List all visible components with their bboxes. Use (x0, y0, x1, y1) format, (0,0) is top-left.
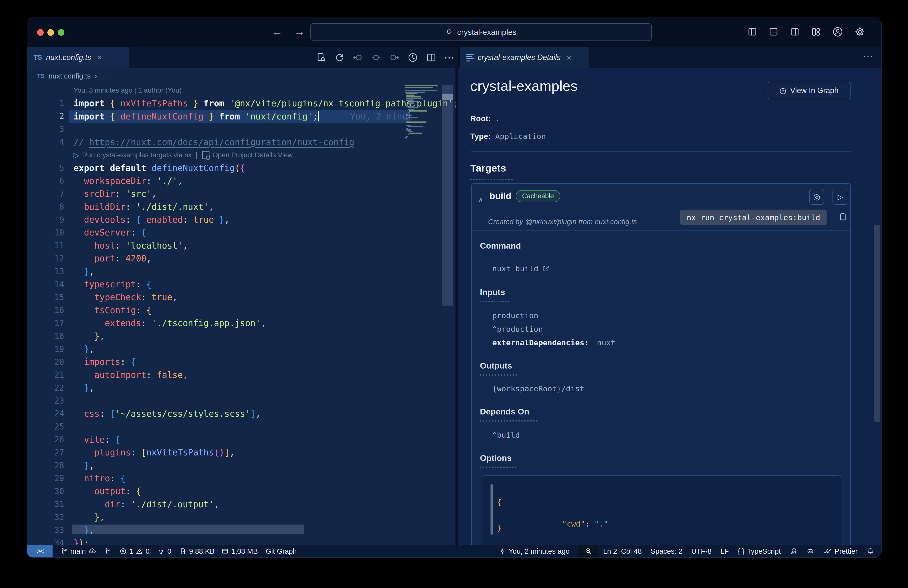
git-branch-item[interactable]: main (60, 547, 96, 556)
zoom-indicator[interactable] (578, 545, 598, 557)
breadcrumb-file[interactable]: nuxt.config.ts (48, 72, 91, 80)
minimap-slider[interactable] (442, 94, 453, 100)
code-line[interactable]: 32 }, (27, 511, 456, 524)
collapse-chevron-icon[interactable]: ∧ (478, 195, 483, 204)
codelens-nx[interactable]: ▷Run crystal-examples targets via nx | O… (27, 148, 456, 161)
git-history-icon[interactable] (407, 52, 419, 63)
depends-on-heading: Depends On (480, 407, 529, 416)
code-line[interactable]: 19 }, (27, 343, 456, 356)
code-line[interactable]: 24 css: ['~/assets/css/styles.scss'], (27, 407, 456, 420)
code-line[interactable]: 18 }, (27, 330, 456, 342)
change-marker-icon[interactable] (370, 52, 382, 63)
problems-item[interactable]: 1 0 (119, 547, 150, 556)
code-line[interactable]: 27 plugins: [nxViteTsPaths()], (27, 446, 456, 459)
code-line[interactable]: 13 }, (27, 265, 456, 278)
code-line[interactable]: 6 workspaceDir: './', (27, 174, 456, 187)
nx-run-command-chip[interactable]: nx run crystal-examples:build (680, 209, 827, 225)
divider (471, 151, 851, 151)
code-line[interactable]: 26 vite: { (27, 433, 456, 446)
minimap[interactable] (404, 85, 441, 144)
toggle-primary-sidebar-icon[interactable] (747, 27, 757, 37)
settings-gear-icon[interactable] (854, 26, 866, 37)
more-actions-icon[interactable]: ⋯ (863, 50, 873, 62)
git-graph-item[interactable]: Git Graph (266, 547, 297, 556)
code-line[interactable]: 1import { nxViteTsPaths } from '@nx/vite… (27, 97, 456, 110)
code-line[interactable]: 34}); (27, 536, 456, 545)
maximize-window-icon[interactable] (58, 29, 64, 36)
remote-indicator[interactable]: >< (27, 545, 53, 557)
code-line[interactable]: 14 typescript: { (27, 278, 456, 291)
search-editor-icon[interactable] (316, 52, 327, 63)
command-center-search[interactable]: crystal-examples (311, 23, 652, 41)
code-line[interactable]: 25 (27, 420, 456, 433)
forward-icon[interactable]: → (294, 25, 306, 38)
line-number: 32 (27, 512, 64, 522)
code-line[interactable]: 31 dir: './dist/.output', (27, 498, 456, 511)
input-item: ^production (492, 325, 543, 333)
indentation-item[interactable]: Spaces: 2 (650, 547, 683, 556)
file-size-item[interactable]: 9.88 KB | 1.03 MB (179, 547, 258, 556)
close-window-icon[interactable] (37, 29, 43, 36)
git-actions-item[interactable] (104, 548, 111, 555)
code-line[interactable]: 12 port: 4200, (27, 252, 456, 265)
code-line[interactable]: 23 (27, 394, 456, 407)
code-line[interactable]: 9 devtools: { enabled: true }, (27, 213, 456, 226)
view-in-graph-button[interactable]: ◎ View In Graph (768, 82, 850, 99)
code-line[interactable]: 21 autoImport: false, (27, 369, 456, 382)
tab-project-details[interactable]: crystal-examples Details × (460, 47, 589, 68)
panel-scrollbar[interactable] (874, 225, 881, 422)
breadcrumb[interactable]: TS nuxt.config.ts › ... (27, 68, 456, 84)
code-line[interactable]: 16 tsConfig: { (27, 304, 456, 317)
toggle-panel-icon[interactable] (768, 27, 779, 37)
horizontal-scrollbar[interactable] (72, 525, 304, 534)
blame-item[interactable]: You, 2 minutes ago (499, 547, 570, 556)
code-line[interactable]: 17 extends: './tsconfig.app.json', (27, 317, 456, 330)
code-area[interactable]: You, 3 minutes ago | 1 author (You)1impo… (27, 84, 456, 545)
code-line[interactable]: 5export default defineNuxtConfig({ (27, 161, 456, 174)
split-editor-icon[interactable] (426, 52, 437, 63)
refresh-icon[interactable] (334, 52, 345, 63)
prettier-item[interactable]: ✓✓ Prettier (823, 547, 858, 556)
code-line[interactable]: 10 devServer: { (27, 226, 456, 239)
code-line[interactable]: 22 }, (27, 382, 456, 394)
options-json-block[interactable]: { "cwd": "." } (481, 475, 841, 545)
tab-nuxt-config[interactable]: TS nuxt.config.ts × (27, 47, 129, 68)
previous-change-icon[interactable] (353, 52, 363, 63)
back-icon[interactable]: ← (271, 25, 283, 38)
git-branch-icon (60, 548, 68, 555)
code-line[interactable]: 29 nitro: { (27, 472, 456, 485)
language-item[interactable]: { } TypeScript (738, 547, 781, 556)
copilot-item[interactable] (807, 547, 814, 555)
code-line[interactable]: 4// https://nuxt.com/docs/api/configurat… (27, 136, 456, 148)
code-line[interactable]: 2import { defineNuxtConfig } from 'nuxt/… (27, 110, 456, 123)
cursor-position-item[interactable]: Ln 2, Col 48 (603, 547, 642, 556)
code-line[interactable]: 7 srcDir: 'src', (27, 187, 456, 200)
close-tab-icon[interactable]: × (567, 53, 572, 63)
ports-item[interactable]: 0 (158, 547, 171, 556)
next-change-icon[interactable] (389, 52, 400, 63)
toggle-secondary-sidebar-icon[interactable] (790, 27, 800, 37)
more-actions-icon[interactable]: ⋯ (444, 52, 454, 63)
codelens-blame[interactable]: You, 3 minutes ago | 1 author (You) (27, 84, 456, 97)
minimize-window-icon[interactable] (47, 29, 54, 36)
code-line[interactable]: 8 buildDir: './dist/.nuxt', (27, 200, 456, 213)
eol-item[interactable]: LF (720, 547, 729, 556)
code-line[interactable]: 3 (27, 123, 456, 135)
code-line[interactable]: 11 host: 'localhost', (27, 239, 456, 252)
external-link-icon[interactable] (542, 264, 550, 273)
run-target-button[interactable]: ▷ (832, 189, 847, 205)
breadcrumb-symbol[interactable]: ... (101, 72, 107, 80)
code-line[interactable]: 20 imports: { (27, 356, 456, 368)
close-tab-icon[interactable]: × (97, 53, 102, 63)
encoding-item[interactable]: UTF-8 (691, 547, 712, 556)
code-line[interactable]: 30 output: { (27, 485, 456, 498)
copy-icon[interactable] (837, 211, 848, 222)
vertical-scrollbar[interactable] (442, 85, 453, 306)
account-icon[interactable] (832, 26, 844, 37)
code-line[interactable]: 15 typeCheck: true, (27, 291, 456, 304)
code-line[interactable]: 28 }, (27, 459, 456, 472)
customize-layout-icon[interactable] (811, 27, 821, 37)
focus-target-button[interactable]: ◎ (809, 189, 824, 205)
extension-squirrel-item[interactable] (790, 547, 797, 555)
notifications-item[interactable] (866, 547, 874, 555)
